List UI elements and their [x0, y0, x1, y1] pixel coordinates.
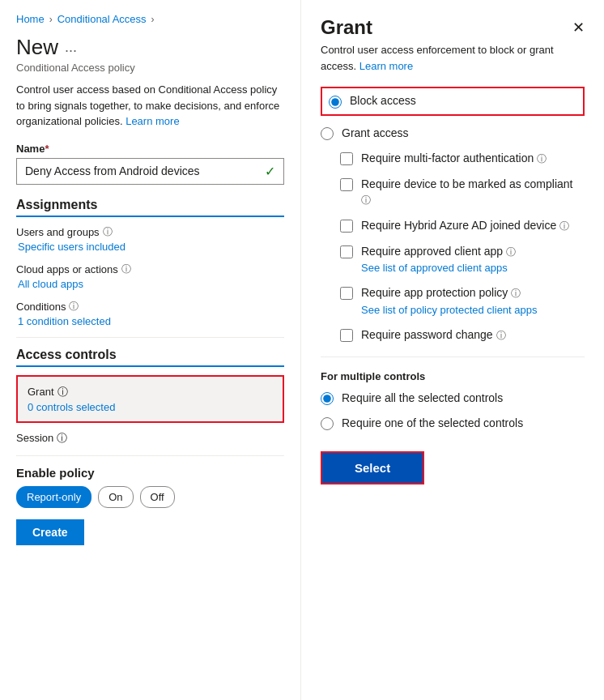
require-one-option[interactable]: Require one of the selected controls [321, 416, 585, 432]
page-subtitle: Conditional Access policy [16, 62, 284, 74]
name-field-label: Name* [16, 143, 284, 155]
grant-access-label: Grant access [342, 126, 408, 142]
users-groups-item: Users and groups ⓘ Specific users includ… [16, 225, 284, 253]
approved-app-label: Require approved client app ⓘ See list o… [361, 244, 516, 276]
breadcrumb-conditional-access[interactable]: Conditional Access [57, 13, 147, 25]
toggle-report-only[interactable]: Report-only [16, 486, 91, 508]
cloud-apps-info-icon[interactable]: ⓘ [121, 262, 131, 276]
panel-learn-more[interactable]: Learn more [359, 60, 413, 72]
password-change-label: Require password change ⓘ [361, 327, 506, 344]
app-protection-checkbox[interactable] [340, 287, 353, 300]
block-access-radio[interactable] [329, 96, 342, 109]
name-check-icon: ✓ [265, 164, 275, 179]
compliant-option[interactable]: Require device to be marked as compliant… [340, 177, 585, 208]
page-title: New [16, 35, 58, 60]
compliant-info-icon[interactable]: ⓘ [361, 194, 371, 206]
approved-app-option[interactable]: Require approved client app ⓘ See list o… [340, 244, 585, 276]
block-access-label: Block access [350, 93, 416, 109]
require-all-radio[interactable] [321, 392, 334, 405]
require-all-label: Require all the selected controls [342, 391, 503, 407]
session-item: Session ⓘ [16, 431, 284, 446]
require-one-radio[interactable] [321, 417, 334, 430]
session-info-icon[interactable]: ⓘ [57, 431, 67, 446]
require-all-option[interactable]: Require all the selected controls [321, 391, 585, 407]
access-controls-section-title: Access controls [16, 348, 284, 367]
name-input-container[interactable]: ✓ [16, 158, 284, 185]
enable-policy-section: Enable policy Report-only On Off Create [16, 466, 284, 545]
enable-title: Enable policy [16, 466, 284, 480]
session-label-text: Session [16, 432, 53, 444]
approved-app-checkbox[interactable] [340, 245, 353, 258]
cloud-apps-label: Cloud apps or actions [16, 263, 118, 275]
toggle-row: Report-only On Off [16, 486, 284, 508]
panel-title-row: Grant ✕ [321, 16, 585, 39]
divider-1 [16, 337, 284, 338]
close-button[interactable]: ✕ [572, 19, 585, 36]
app-protection-label: Require app protection policy ⓘ See list… [361, 285, 538, 318]
password-change-option[interactable]: Require password change ⓘ [340, 327, 585, 344]
right-panel: Grant ✕ Control user access enforcement … [301, 0, 604, 700]
app-protection-option[interactable]: Require app protection policy ⓘ See list… [340, 285, 585, 318]
grant-access-radio[interactable] [321, 127, 334, 140]
select-button[interactable]: Select [321, 451, 424, 484]
mfa-label: Require multi-factor authentication ⓘ [361, 151, 547, 167]
users-groups-label: Users and groups [16, 226, 100, 238]
left-panel: Home › Conditional Access › New ... Cond… [0, 0, 301, 700]
breadcrumb: Home › Conditional Access › [16, 13, 284, 25]
page-title-row: New ... [16, 35, 284, 60]
name-input[interactable] [25, 164, 265, 177]
multiple-controls-title: For multiple controls [321, 370, 585, 382]
mfa-option[interactable]: Require multi-factor authentication ⓘ [340, 151, 585, 167]
conditions-label: Conditions [16, 301, 66, 313]
conditions-value[interactable]: 1 condition selected [18, 315, 284, 327]
block-access-option[interactable]: Block access [321, 87, 585, 116]
app-protection-link[interactable]: See list of policy protected client apps [361, 303, 538, 318]
compliant-checkbox[interactable] [340, 178, 353, 191]
conditions-item: Conditions ⓘ 1 condition selected [16, 300, 284, 327]
approved-app-link[interactable]: See list of approved client apps [361, 261, 516, 275]
users-groups-value[interactable]: Specific users included [18, 241, 284, 253]
conditions-info-icon[interactable]: ⓘ [69, 300, 79, 314]
create-button[interactable]: Create [16, 519, 84, 545]
hybrid-info-icon[interactable]: ⓘ [559, 220, 569, 232]
page-description: Control user access based on Conditional… [16, 82, 284, 130]
toggle-off[interactable]: Off [140, 486, 175, 508]
panel-title: Grant [321, 16, 372, 39]
hybrid-option[interactable]: Require Hybrid Azure AD joined device ⓘ [340, 218, 585, 234]
section-separator [321, 356, 585, 357]
cloud-apps-item: Cloud apps or actions ⓘ All cloud apps [16, 262, 284, 290]
cloud-apps-value[interactable]: All cloud apps [18, 278, 284, 290]
grant-box-label-text: Grant [28, 386, 54, 398]
grant-box-value: 0 controls selected [28, 401, 273, 413]
approved-app-info-icon[interactable]: ⓘ [506, 246, 516, 258]
grant-info-icon[interactable]: ⓘ [57, 385, 68, 399]
grant-access-option[interactable]: Grant access [321, 126, 585, 142]
grant-box[interactable]: Grant ⓘ 0 controls selected [16, 375, 284, 423]
mfa-checkbox[interactable] [340, 152, 353, 165]
ellipsis-menu[interactable]: ... [65, 39, 77, 56]
app-protection-info-icon[interactable]: ⓘ [511, 288, 521, 299]
password-change-checkbox[interactable] [340, 329, 353, 342]
hybrid-checkbox[interactable] [340, 220, 353, 233]
password-change-info-icon[interactable]: ⓘ [496, 330, 506, 341]
users-groups-info-icon[interactable]: ⓘ [103, 225, 113, 239]
breadcrumb-home[interactable]: Home [16, 13, 45, 25]
assignments-section-title: Assignments [16, 198, 284, 217]
required-marker: * [45, 143, 49, 155]
divider-2 [16, 455, 284, 456]
select-btn-container: Select [321, 451, 585, 484]
breadcrumb-sep-2: › [151, 14, 155, 25]
panel-description: Control user access enforcement to block… [321, 42, 585, 74]
breadcrumb-sep-1: › [49, 14, 53, 25]
hybrid-label: Require Hybrid Azure AD joined device ⓘ [361, 218, 569, 234]
toggle-on[interactable]: On [98, 486, 133, 508]
compliant-label: Require device to be marked as compliant… [361, 177, 585, 208]
mfa-info-icon[interactable]: ⓘ [537, 153, 547, 164]
description-learn-more[interactable]: Learn more [125, 115, 179, 127]
require-one-label: Require one of the selected controls [342, 416, 523, 432]
